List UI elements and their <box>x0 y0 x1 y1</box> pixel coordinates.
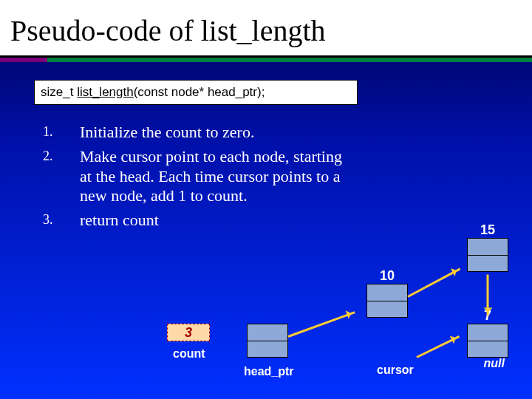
sig-return-type: size_t <box>41 85 77 99</box>
sig-function-name: list_length <box>77 85 134 99</box>
step-3: return count <box>43 211 353 231</box>
step-2: Make cursor point to each node, starting… <box>43 147 353 206</box>
arrow-3 <box>487 275 489 316</box>
node-head <box>247 324 288 358</box>
pseudocode-steps: Initialize the count to zero. Make curso… <box>43 123 353 231</box>
arrow-1 <box>287 311 355 338</box>
node-10: 10 <box>366 284 408 318</box>
node-value-15: 15 <box>468 222 508 238</box>
function-signature: size_t list_length(const node* head_ptr)… <box>34 80 358 105</box>
label-head-ptr: head_ptr <box>244 365 294 378</box>
node-7: 7 null <box>467 324 508 358</box>
accent-purple <box>0 58 47 62</box>
accent-green <box>47 58 532 62</box>
arrow-2 <box>407 268 460 298</box>
node-value-10: 10 <box>367 268 407 284</box>
cursor-arrow <box>416 335 460 358</box>
label-cursor: cursor <box>377 364 414 377</box>
label-count: count <box>173 347 205 361</box>
node-15: 15 <box>467 238 508 272</box>
sig-arguments: (const node* head_ptr); <box>134 85 265 99</box>
step-1: Initialize the count to zero. <box>43 123 353 143</box>
count-value-box: 3 <box>167 324 210 341</box>
node-null-label: null <box>484 357 505 370</box>
accent-bar <box>0 58 532 62</box>
slide-title: Pseudo-code of list_length <box>0 0 532 58</box>
